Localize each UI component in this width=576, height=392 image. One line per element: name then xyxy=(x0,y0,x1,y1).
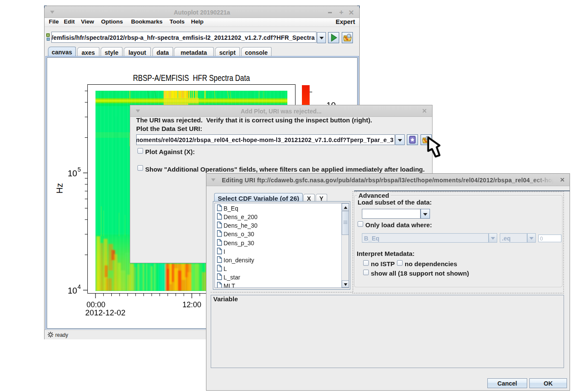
svg-text:10: 10 xyxy=(68,169,77,178)
svg-text:12:00: 12:00 xyxy=(182,300,201,309)
svg-text:RBSP-A/EMFISIS HFR Spectra Da: RBSP-A/EMFISIS HFR Spectra Data xyxy=(133,73,250,83)
svg-text:Hz: Hz xyxy=(55,183,64,193)
svg-text:2012-12-02: 2012-12-02 xyxy=(85,308,125,317)
svg-text:10: 10 xyxy=(68,286,77,295)
svg-text:00:00: 00:00 xyxy=(87,300,105,309)
svg-text:4: 4 xyxy=(78,283,81,290)
svg-text:5: 5 xyxy=(78,166,81,173)
